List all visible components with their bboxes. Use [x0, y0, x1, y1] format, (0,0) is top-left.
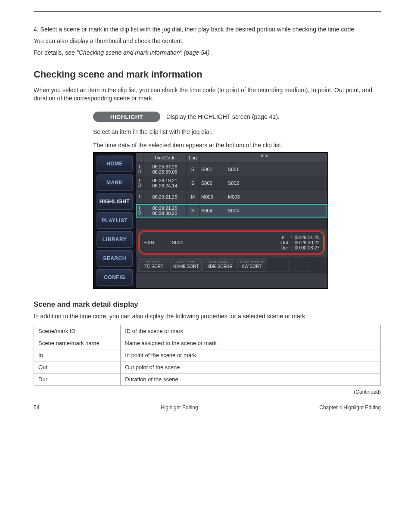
intro-tip-link[interactable]: "Checking scene and mark information" (p… [77, 49, 210, 56]
clip-tc-cell: 06:29:21,2506:29:30,22 [143, 204, 187, 217]
step-instruction-2: Select an item in the clip list with the… [93, 128, 381, 136]
properties-row: Scene name/mark nameName assigned to the… [34, 337, 381, 349]
pill-highlight: HIGHLIGHT [93, 112, 160, 122]
bottom-button-empty [268, 258, 289, 272]
bottom-button[interactable]: DELETETC SORT [138, 258, 169, 272]
bottom-button[interactable]: PLAY OPTIONKW SORT [236, 258, 267, 272]
detail-colon-1: : [291, 235, 292, 240]
clip-log-cell: S [187, 176, 199, 190]
clip-info-cell: S004 [226, 204, 327, 217]
detail-out-key: Out [280, 240, 288, 245]
clip-log-cell: S [187, 204, 199, 217]
bottom-button-bar: DELETETC SORTLOG SORTNAME SORTHIDE-MARKH… [136, 257, 327, 274]
detail-subsection-title: Scene and mark detail display [34, 300, 381, 309]
col-timecode: TimeCode [143, 153, 187, 162]
nav-sidebar: HOME MARK HIGHLIGHT PLAYLIST LIBRARY SEA… [94, 153, 135, 288]
clip-info-cell: S002 [226, 176, 327, 190]
section-title: Checking scene and mark information [34, 69, 381, 80]
section-overview: When you select an item in the clip list… [34, 86, 381, 103]
pill-highlight-text: Display the HIGHLIGHT screen (page 41). [166, 113, 280, 120]
intro-step-4: 4. Select a scene or mark in the clip li… [34, 25, 381, 34]
detail-dur-key: Dur [280, 245, 288, 250]
device-screenshot: HOME MARK HIGHLIGHT PLAYLIST LIBRARY SEA… [93, 152, 328, 289]
properties-key: Scene/mark ID [34, 325, 121, 337]
clip-id-cell: S002 [199, 176, 226, 190]
properties-key: In [34, 349, 121, 361]
nav-home[interactable]: HOME [97, 156, 133, 172]
detail-in-val: 06:29:21,25 [295, 235, 320, 240]
nav-highlight[interactable]: HIGHLIGHT [97, 193, 133, 210]
clip-io-cell: IO [136, 204, 143, 217]
clip-list-body: IO06:25:37,2606:25:39,08SS001S001IO06:26… [136, 162, 327, 218]
detail-in-key: In [280, 235, 288, 240]
properties-value: Duration of the scene [121, 373, 381, 386]
detail-panel: S004 S004 In : 06:29:21,25 Out : 06:29:3… [140, 232, 324, 253]
clip-row[interactable]: IO06:25:37,2606:25:39,08SS001S001 [136, 162, 327, 176]
properties-key: Out [34, 361, 121, 373]
clip-tc-cell: 06:26:19,2106:26:24,14 [143, 176, 187, 190]
footer-page-number: 54 [34, 404, 39, 411]
properties-key: Scene name/mark name [34, 337, 121, 349]
clip-list-panel: TimeCode Log Info IO06:25:37,2606:25:39,… [135, 153, 327, 288]
continued-label: (Continued) [34, 389, 381, 395]
col-io [136, 153, 143, 162]
properties-value: Name assigned to the scene or mark [121, 337, 381, 349]
clip-log-cell: M [187, 190, 199, 203]
clip-row[interactable]: I06:29:21,25MM003M003 [136, 190, 327, 204]
clip-list-header: TimeCode Log Info [136, 153, 327, 162]
page-footer: 54 Highlight Editing Chapter 4 Highlight… [34, 404, 381, 411]
detail-out-val: 06:29:30,22 [295, 240, 320, 245]
intro-thumb-note: You can also display a thumbnail and che… [34, 37, 381, 45]
clip-tc-cell: 06:25:37,2606:25:39,08 [143, 162, 187, 176]
nav-mark[interactable]: MARK [97, 174, 133, 191]
clip-id-cell: M003 [199, 190, 226, 203]
properties-row: Scene/mark IDID of the scene or mark [34, 325, 381, 337]
col-log: Log [187, 153, 199, 162]
intro-tip-pre: For details, see [34, 49, 77, 56]
properties-value: ID of the scene or mark [121, 325, 381, 337]
properties-row: DurDuration of the scene [34, 373, 381, 386]
step-caption: The time data of the selected item appea… [93, 141, 381, 149]
top-rule [34, 11, 381, 12]
clip-list-gap [136, 218, 327, 229]
clip-io-cell: IO [136, 176, 143, 190]
properties-key: Dur [34, 373, 121, 386]
bottom-button[interactable]: LOG SORTNAME SORT [170, 258, 202, 272]
detail-colon-3: : [291, 245, 292, 250]
detail-colon-2: : [291, 240, 292, 245]
detail-id: S004 [143, 240, 168, 245]
clip-row[interactable]: IO06:29:21,2506:29:30,22SS004S004 [136, 204, 327, 218]
detail-dur-val: 00:00:08,27 [295, 245, 320, 250]
nav-playlist[interactable]: PLAYLIST [97, 212, 133, 229]
intro-tip-post: . [211, 49, 213, 56]
clip-id-cell: S001 [199, 162, 226, 176]
clip-tc-cell: 06:29:21,25 [143, 190, 187, 203]
detail-time-table: In : 06:29:21,25 Out : 06:29:30,22 Dur :… [280, 235, 320, 250]
detail-panel-outline: S004 S004 In : 06:29:21,25 Out : 06:29:3… [138, 230, 325, 255]
footer-chapter: Chapter 4 Highlight Editing [319, 404, 381, 411]
clip-id-cell: S004 [199, 204, 226, 217]
nav-search[interactable]: SEARCH [97, 250, 133, 267]
detail-subsection-p: In addition to the time code, you can al… [34, 312, 381, 320]
properties-row: InIn point of the scene or mark [34, 349, 381, 361]
clip-io-cell: IO [136, 162, 143, 176]
bottom-button[interactable]: HIDE-MARKHIDE-SCENE [202, 258, 235, 272]
detail-label: S004 [172, 240, 276, 245]
intro-tip: For details, see "Checking scene and mar… [34, 49, 381, 57]
col-info: Info [199, 153, 327, 162]
properties-row: OutOut point of the scene [34, 361, 381, 373]
properties-value: Out point of the scene [121, 361, 381, 373]
clip-io-cell: I [136, 190, 143, 203]
clip-row[interactable]: IO06:26:19,2106:26:24,14SS002S002 [136, 176, 327, 190]
footer-center: Highlight Editing [161, 404, 198, 411]
bottom-button-empty [290, 258, 310, 272]
nav-config[interactable]: CONFIG [97, 269, 133, 286]
clip-info-cell: S001 [226, 162, 327, 176]
properties-value: In point of the scene or mark [121, 349, 381, 361]
nav-library[interactable]: LIBRARY [97, 231, 133, 248]
clip-info-cell: M003 [226, 190, 327, 203]
clip-log-cell: S [187, 162, 199, 176]
properties-table: Scene/mark IDID of the scene or markScen… [34, 325, 381, 386]
